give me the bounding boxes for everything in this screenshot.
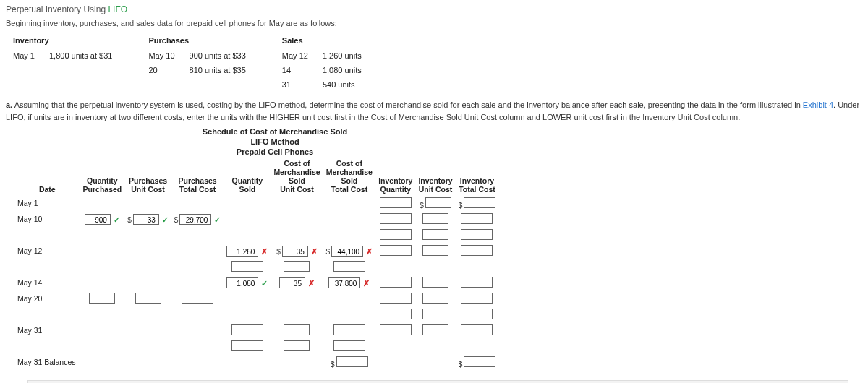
check-icon: ✓ [114,215,120,224]
input-m10-iq2[interactable] [380,229,412,240]
input-m10-qp[interactable]: 900 [85,214,111,225]
input-m14-iuc[interactable] [422,277,448,288]
input-bal-itc[interactable] [464,356,495,367]
input-m20-iuc1[interactable] [422,293,448,304]
check-icon: ✓ [162,215,169,224]
input-bal-tc[interactable] [336,356,368,367]
inv-text: 1,800 units at $31 [42,48,119,64]
input-m10-iq1[interactable] [380,213,412,224]
input-m14-itc[interactable] [461,277,493,288]
input-m31-tc1[interactable] [333,324,365,335]
input-m14-iq[interactable] [380,277,412,288]
input-m1-iq[interactable] [380,197,412,208]
page-title: Perpetual Inventory Using LIFO [6,4,862,14]
sal1-text: 1,260 units [315,48,369,64]
input-m14-uc[interactable]: 35 [279,277,305,288]
x-icon: ✗ [366,247,373,256]
sched-h2: LIFO Method [145,137,405,146]
sal3-date: 31 [275,77,315,92]
input-m31-tc2[interactable] [333,340,365,351]
x-icon: ✗ [308,279,315,288]
th-purchases: Purchases [141,33,252,48]
col-date: Date [14,158,80,195]
input-m12-tc2[interactable] [333,261,365,272]
sched-h3: Prepaid Cell Phones [145,147,405,156]
input-m10-puc[interactable]: 33 [133,214,159,225]
input-m10-iuc1[interactable] [422,213,448,224]
input-m20-ptc[interactable] [182,293,213,304]
link-exhibit-4[interactable]: Exhibit 4 [803,100,833,109]
inv-date: May 1 [6,48,42,64]
input-m14-qs[interactable]: 1,080 [226,277,258,288]
col-qp: Quantity Purchased [80,158,125,195]
check-icon: ✓ [261,279,268,288]
pur2-date: 20 [141,63,182,77]
row-may14: May 14 [14,275,80,291]
row-may31: May 31 [14,322,80,338]
pur1-text: 900 units at $33 [182,48,253,64]
input-m31-uc1[interactable] [284,324,310,335]
input-m10-ptc[interactable]: 29,700 [179,214,211,225]
instr-text1: Assuming that the perpetual inventory sy… [12,100,803,109]
input-m20-itc2[interactable] [461,309,493,319]
input-m1-itc[interactable] [464,197,495,208]
instruction-a: a. Assuming that the perpetual inventory… [6,99,862,123]
input-m12-tc[interactable]: 44,100 [331,246,363,257]
sched-h1: Schedule of Cost of Merchandise Sold [145,127,405,136]
input-m20-iq2[interactable] [380,309,412,319]
input-m31-itc[interactable] [461,324,493,335]
col-cmsuc: Cost of Merchandise Sold Unit Cost [271,158,323,195]
feedback-panel: Feedback Check My Work a. Note that this… [27,380,848,383]
input-m20-qp[interactable] [89,293,115,304]
sal2-text: 1,080 units [315,63,369,77]
input-m14-tc[interactable]: 37,800 [328,277,360,288]
x-icon: ✗ [363,279,370,288]
label-a: a. [6,100,12,109]
col-cmstc: Cost of Merchandise Sold Total Cost [323,158,376,195]
input-m31-qs1[interactable] [231,324,263,335]
input-m31-iq[interactable] [380,324,412,335]
input-m10-iuc2[interactable] [422,229,448,240]
input-m20-iuc2[interactable] [422,309,448,319]
row-may12: May 12 [14,243,80,259]
pur2-text: 810 units at $35 [182,63,253,77]
sal1-date: May 12 [275,48,315,64]
input-m12-uc[interactable]: 35 [282,246,308,257]
row-may1: May 1 [14,195,80,211]
th-inventory: Inventory [6,33,119,48]
input-m12-iq[interactable] [380,245,412,256]
row-may20: May 20 [14,291,80,306]
input-m12-uc2[interactable] [284,261,310,272]
col-itc: Inventory Total Cost [456,158,499,195]
input-m20-puc[interactable] [135,293,161,304]
input-m12-itc[interactable] [461,245,493,256]
data-table: Inventory Purchases Sales May 1 1,800 un… [6,33,369,92]
check-icon: ✓ [214,215,221,224]
schedule-table: Date Quantity Purchased Purchases Unit C… [14,158,498,370]
col-puc: Purchases Unit Cost [124,158,171,195]
title-part2: LIFO [108,4,127,14]
input-m12-qs[interactable]: 1,260 [226,246,258,257]
input-m12-iuc[interactable] [422,245,448,256]
intro-text: Beginning inventory, purchases, and sale… [6,19,862,27]
input-m20-itc1[interactable] [461,293,493,304]
col-qs: Quantity Sold [224,158,271,195]
input-m31-uc2[interactable] [284,340,310,351]
col-ptc: Purchases Total Cost [171,158,224,195]
x-icon: ✗ [261,247,268,256]
input-m31-iuc[interactable] [422,324,448,335]
input-m20-iq1[interactable] [380,293,412,304]
title-part1: Perpetual Inventory Using [6,4,108,14]
input-m31-qs2[interactable] [231,340,263,351]
sal3-text: 540 units [315,77,369,92]
input-m10-itc1[interactable] [461,213,493,224]
col-iuc: Inventory Unit Cost [415,158,455,195]
input-m12-qs2[interactable] [231,261,263,272]
pur1-date: May 10 [141,48,182,64]
col-iq: Inventory Quantity [375,158,415,195]
row-may10: May 10 [14,211,80,227]
x-icon: ✗ [311,247,318,256]
input-m10-itc2[interactable] [461,229,493,240]
sal2-date: 14 [275,63,315,77]
input-m1-iuc[interactable] [425,197,451,208]
